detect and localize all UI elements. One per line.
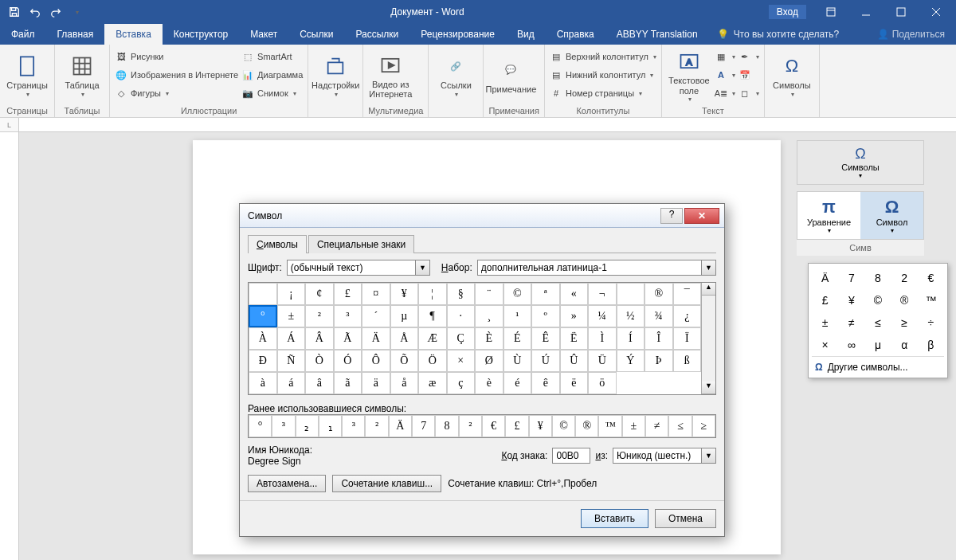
- symbol-cell[interactable]: Ñ: [277, 350, 306, 372]
- tab-layout[interactable]: Макет: [239, 24, 288, 45]
- quick-symbol-cell[interactable]: 7: [838, 267, 864, 289]
- tab-design[interactable]: Конструктор: [163, 24, 239, 45]
- symbol-cell[interactable]: §: [447, 283, 476, 305]
- symbol-cell[interactable]: É: [503, 327, 532, 350]
- symbol-cell[interactable]: Ý: [617, 350, 645, 372]
- symbol-cell[interactable]: ¶: [418, 305, 447, 327]
- tab-insert[interactable]: Вставка: [104, 24, 163, 45]
- symbol-cell[interactable]: ®: [645, 283, 673, 305]
- symbol-cell[interactable]: Î: [645, 327, 673, 350]
- table-button[interactable]: Таблица: [60, 48, 104, 104]
- scroll-track[interactable]: [702, 296, 715, 382]
- quick-symbol-cell[interactable]: ®: [891, 289, 918, 311]
- recent-symbol-cell[interactable]: ≠: [645, 415, 668, 437]
- tab-review[interactable]: Рецензирование: [409, 24, 506, 45]
- symbol-cell[interactable]: Û: [560, 350, 589, 372]
- symbol-cell[interactable]: Ê: [531, 327, 560, 350]
- recent-symbol-cell[interactable]: ²: [459, 415, 482, 437]
- symbol-cell[interactable]: Ö: [418, 350, 447, 372]
- recent-symbol-cell[interactable]: €: [482, 415, 505, 437]
- more-symbols-button[interactable]: Ω Другие символы...: [812, 356, 944, 374]
- recent-symbol-cell[interactable]: ®: [575, 415, 598, 437]
- symbol-cell[interactable]: ©: [503, 283, 532, 305]
- recent-symbol-cell[interactable]: 7: [412, 415, 435, 437]
- symbol-cell[interactable]: Ø: [475, 350, 503, 372]
- tell-me-search[interactable]: 💡 Что вы хотите сделать?: [717, 24, 840, 45]
- symbol-cell[interactable]: ´: [362, 305, 390, 327]
- recent-symbol-cell[interactable]: ¥: [529, 415, 552, 437]
- from-select-arrow[interactable]: ▼: [702, 448, 716, 464]
- symbol-cell[interactable]: ç: [447, 372, 476, 394]
- object-button[interactable]: ◻: [739, 84, 759, 102]
- datetime-button[interactable]: 📅: [739, 66, 759, 84]
- symbol-cell[interactable]: ª: [531, 283, 560, 305]
- symbol-cell[interactable]: Õ: [390, 350, 419, 372]
- symbol-cell[interactable]: Ô: [362, 350, 390, 372]
- symbol-cell[interactable]: ¿: [673, 305, 702, 327]
- tab-mailings[interactable]: Рассылки: [344, 24, 409, 45]
- recent-symbol-cell[interactable]: ≤: [668, 415, 692, 437]
- recent-symbol-cell[interactable]: °: [249, 415, 272, 437]
- char-code-input[interactable]: [552, 448, 590, 464]
- tab-home[interactable]: Главная: [46, 24, 105, 45]
- recent-symbol-cell[interactable]: ±: [622, 415, 645, 437]
- symbol-cell[interactable]: ¯: [673, 283, 702, 305]
- symbol-cell[interactable]: ²: [305, 305, 334, 327]
- scroll-down-icon[interactable]: ▼: [702, 382, 715, 394]
- recent-symbol-cell[interactable]: ™: [598, 415, 621, 437]
- symbol-cell[interactable]: Í: [617, 327, 645, 350]
- symbol-cell[interactable]: ¬: [588, 283, 617, 305]
- symbol-cell[interactable]: Á: [277, 327, 306, 350]
- wordart-button[interactable]: A: [715, 66, 735, 84]
- recent-symbol-cell[interactable]: £: [505, 415, 528, 437]
- signature-button[interactable]: ✒: [739, 48, 759, 65]
- symbol-cell[interactable]: Ù: [503, 350, 532, 372]
- tab-file[interactable]: Файл: [0, 24, 46, 45]
- from-select[interactable]: [613, 448, 702, 464]
- quick-symbol-cell[interactable]: ≠: [838, 311, 864, 334]
- links-button[interactable]: 🔗 Ссылки: [433, 48, 478, 104]
- symbol-cell[interactable]: ³: [334, 305, 362, 327]
- horizontal-ruler[interactable]: L: [0, 118, 956, 132]
- symbol-button[interactable]: Ω Символ ▾: [860, 192, 923, 239]
- symbol-cell[interactable]: à: [249, 372, 277, 394]
- online-video-button[interactable]: Видео из Интернета: [368, 48, 413, 104]
- vertical-ruler[interactable]: [0, 132, 19, 560]
- symbol-cell[interactable]: Ç: [447, 327, 476, 350]
- symbol-cell[interactable]: Ò: [305, 350, 334, 372]
- symbol-cell[interactable]: [249, 283, 277, 305]
- symbol-cell[interactable]: ¼: [588, 305, 617, 327]
- symbol-cell[interactable]: Ú: [531, 350, 560, 372]
- recent-symbol-cell[interactable]: ≥: [692, 415, 715, 437]
- symbol-cell[interactable]: Ä: [362, 327, 390, 350]
- textbox-button[interactable]: A Текстовое поле: [667, 48, 711, 104]
- symbol-cell[interactable]: µ: [390, 305, 419, 327]
- font-select[interactable]: [287, 260, 416, 276]
- symbol-cell[interactable]: ö: [588, 372, 617, 394]
- quick-symbol-cell[interactable]: ≤: [864, 311, 891, 334]
- close-icon[interactable]: [919, 1, 953, 23]
- symbol-cell[interactable]: ¤: [362, 283, 390, 305]
- quick-symbol-cell[interactable]: ©: [864, 289, 891, 311]
- symbol-cell[interactable]: ë: [560, 372, 589, 394]
- tab-view[interactable]: Вид: [506, 24, 546, 45]
- quick-symbol-cell[interactable]: β: [918, 334, 944, 356]
- subset-select-arrow[interactable]: ▼: [702, 260, 716, 276]
- minimize-icon[interactable]: [849, 1, 883, 23]
- subset-select[interactable]: [477, 260, 702, 276]
- symbol-cell[interactable]: ­: [617, 283, 645, 305]
- recent-symbol-cell[interactable]: ³: [272, 415, 295, 437]
- symbol-cell[interactable]: ¥: [390, 283, 419, 305]
- symbol-cell[interactable]: ·: [447, 305, 476, 327]
- footer-button[interactable]: ▤Нижний колонтитул: [550, 66, 656, 84]
- symbol-cell[interactable]: ±: [277, 305, 306, 327]
- shortcut-button[interactable]: Сочетание клавиш...: [332, 475, 441, 492]
- quick-symbol-cell[interactable]: ≥: [891, 311, 918, 334]
- symbol-cell[interactable]: Ã: [334, 327, 362, 350]
- symbol-cell[interactable]: Å: [390, 327, 419, 350]
- dialog-help-button[interactable]: ?: [660, 208, 683, 224]
- smartart-button[interactable]: ⬚SmartArt: [241, 48, 303, 65]
- symbol-cell[interactable]: »: [560, 305, 589, 327]
- comment-button[interactable]: 💬 Примечание: [488, 48, 533, 104]
- quick-symbol-cell[interactable]: ∞: [838, 334, 864, 356]
